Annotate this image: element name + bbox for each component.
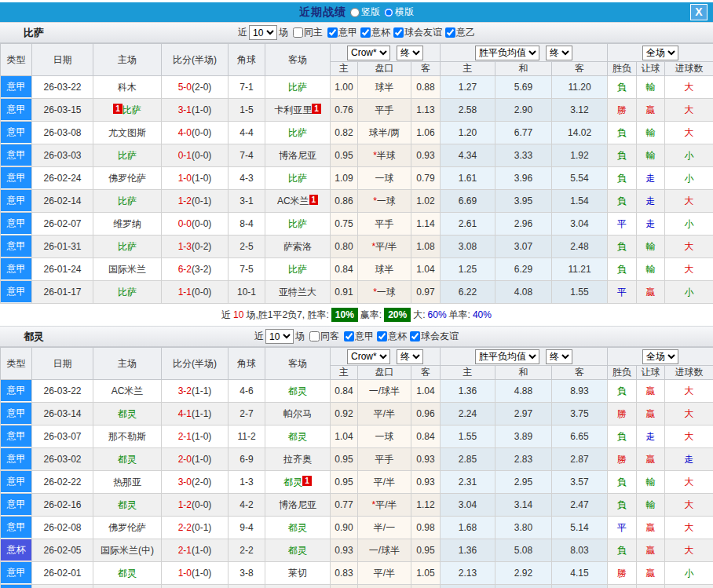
match-date: 26-03-07 xyxy=(32,425,93,448)
odds-away: 0.98 xyxy=(411,517,441,539)
home-team: 都灵 xyxy=(93,494,162,517)
col-odds-away: 客 xyxy=(411,62,441,76)
league-label: 意乙 xyxy=(456,26,475,39)
score: 1-1(0-0) xyxy=(162,281,229,304)
league-filter[interactable]: 球会友谊 xyxy=(407,330,459,343)
odds-home: 0.84 xyxy=(331,380,358,403)
home-team: 都灵 xyxy=(93,562,162,585)
league-checkbox[interactable] xyxy=(410,331,420,341)
layout-radio-vertical[interactable]: 竖版 xyxy=(350,5,380,19)
result-goals: 大 xyxy=(665,122,713,144)
home-team: 都灵 xyxy=(93,448,162,471)
score: 3-1(1-0) xyxy=(162,99,229,122)
league-label: 意杯 xyxy=(388,330,407,343)
league-checkbox[interactable] xyxy=(360,27,371,38)
odds-away: 1.13 xyxy=(411,99,441,122)
mean-home: 1.68 xyxy=(441,517,495,539)
mean-stage-select[interactable]: 终 xyxy=(546,46,572,60)
mean-home: 6.69 xyxy=(441,190,495,213)
mean-type-select[interactable]: 胜平负均值 xyxy=(475,349,539,364)
same-venue-checkbox[interactable] xyxy=(293,27,303,38)
corner-score: 1-5 xyxy=(229,99,265,122)
score: 1-2(0-0) xyxy=(162,494,229,517)
league-checkbox[interactable] xyxy=(344,331,354,341)
league-filter[interactable]: 意杯 xyxy=(374,330,407,343)
result-wdl: 勝 xyxy=(608,562,637,585)
col-mean-home: 主 xyxy=(441,366,495,380)
league-filter[interactable]: 意甲 xyxy=(324,26,357,39)
col-type: 类型 xyxy=(1,348,32,380)
league-label: 意杯 xyxy=(371,26,390,39)
match-count-select[interactable]: 10 xyxy=(265,329,294,344)
odds-home: 0.86 xyxy=(331,190,358,213)
league-badge: 意甲 xyxy=(1,167,31,188)
mean-away: 3.57 xyxy=(552,471,608,494)
bookmaker-select[interactable]: Crow* xyxy=(347,46,390,60)
match-row: 意甲26-01-17比萨1-1(0-0)10-1亚特兰大0.91*一球0.976… xyxy=(1,281,713,304)
league-checkbox[interactable] xyxy=(393,27,404,38)
score: 4-1(1-1) xyxy=(162,403,229,425)
odds-stage-select[interactable]: 终 xyxy=(397,46,423,60)
odds-away: 0.93 xyxy=(411,448,441,471)
odds-home: 0.80 xyxy=(331,236,358,258)
same-venue-checkbox[interactable] xyxy=(309,331,320,341)
odds-home: 0.95 xyxy=(331,448,358,471)
col-result-wdl: 胜负 xyxy=(608,366,637,380)
layout-radio-horizontal[interactable]: 横版 xyxy=(384,5,414,19)
scope-select[interactable]: 全场 xyxy=(642,46,678,60)
result-handicap: 輸 xyxy=(637,122,665,144)
mean-home: 2.58 xyxy=(441,99,495,122)
league-badge: 意甲 xyxy=(1,403,31,424)
title-bar: 近期战绩 竖版 横版 X xyxy=(0,0,713,22)
league-checkbox[interactable] xyxy=(327,27,338,38)
result-goals: 大 xyxy=(665,236,713,258)
away-team: 萨索洛 xyxy=(265,236,331,258)
result-wdl: 平 xyxy=(608,517,637,539)
league-label: 球会友谊 xyxy=(421,330,459,343)
corner-score: 4-6 xyxy=(229,380,265,403)
match-date: 26-03-22 xyxy=(32,76,93,99)
result-wdl: 負 xyxy=(608,190,637,213)
league-filter[interactable]: 意杯 xyxy=(357,26,390,39)
result-wdl: 平 xyxy=(608,213,637,236)
corner-score: 7-1 xyxy=(229,76,265,99)
same-venue-filter[interactable]: 同主 xyxy=(290,26,323,39)
horizontal-radio-icon[interactable] xyxy=(384,8,393,17)
match-count-select[interactable]: 10 xyxy=(249,25,277,40)
away-team: 博洛尼亚 xyxy=(265,494,331,517)
league-filter[interactable]: 意甲 xyxy=(341,330,374,343)
summary-text: 场,胜1平2负7, 胜率: xyxy=(246,309,328,322)
scope-select[interactable]: 全场 xyxy=(642,349,678,364)
league-filter[interactable]: 意乙 xyxy=(442,26,475,39)
mean-home: 1.55 xyxy=(441,585,495,588)
league-label: 球会友谊 xyxy=(404,26,442,39)
match-row: 意甲26-03-02都灵2-0(1-0)6-9拉齐奥0.95平手0.932.85… xyxy=(1,448,713,471)
match-date: 26-01-24 xyxy=(32,258,93,281)
league-label: 意甲 xyxy=(355,330,374,343)
league-filter[interactable]: 球会友谊 xyxy=(390,26,442,39)
result-wdl: 負 xyxy=(608,380,637,403)
mean-type-select[interactable]: 胜平负均值 xyxy=(475,46,539,60)
odds-stage-select[interactable]: 终 xyxy=(397,349,423,364)
same-venue-filter[interactable]: 同客 xyxy=(306,330,339,343)
result-goals: 大 xyxy=(665,494,713,517)
match-row: 意甲26-02-08佛罗伦萨2-2(0-1)9-4都灵0.90半/一0.981.… xyxy=(1,517,713,539)
mean-draw: 6.29 xyxy=(495,258,552,281)
close-icon[interactable]: X xyxy=(690,4,708,20)
mean-away: 1.92 xyxy=(552,144,608,167)
col-mean-away: 客 xyxy=(552,366,608,380)
corner-score: 11-2 xyxy=(229,425,265,448)
corner-score: 2-7 xyxy=(229,403,265,425)
result-wdl: 負 xyxy=(608,167,637,190)
vertical-radio-icon[interactable] xyxy=(350,8,360,17)
bookmaker-select[interactable]: Crow* xyxy=(347,349,390,364)
home-team: 维罗纳 xyxy=(93,213,162,236)
result-goals: 大 xyxy=(665,258,713,281)
mean-stage-select[interactable]: 终 xyxy=(546,349,572,364)
match-row: 意甲26-02-07维罗纳0-0(0-0)8-4比萨0.75平手1.142.61… xyxy=(1,213,713,236)
handicap: 一球 xyxy=(358,425,411,448)
league-checkbox[interactable] xyxy=(445,27,455,38)
home-team: 国际米兰(中) xyxy=(93,539,162,562)
match-row: 意甲26-03-22科木5-0(2-0)7-1比萨1.00球半0.881.275… xyxy=(1,76,713,99)
league-checkbox[interactable] xyxy=(377,331,387,341)
